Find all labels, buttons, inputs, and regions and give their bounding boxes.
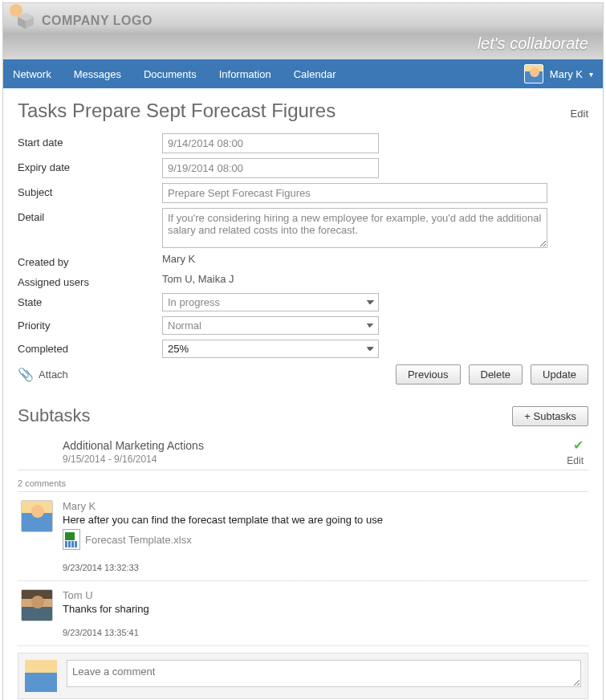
subtask-edit-link[interactable]: Edit [567,455,584,466]
subtask-dates: 9/15/2014 - 9/16/2014 [63,454,585,465]
previous-button[interactable]: Previous [396,364,461,385]
nav-messages[interactable]: Messages [74,68,121,80]
comment-box [18,653,588,699]
comment-time: 9/23/2014 13:35:41 [63,628,585,637]
logo: COMPANY LOGO [16,11,590,31]
label-completed: Completed [18,340,162,355]
check-icon: ✔ [573,438,584,453]
label-state: State [18,293,162,308]
edit-link[interactable]: Edit [571,108,588,120]
comment-row: Mary K Here after you can find the forec… [18,492,588,581]
comments-count: 2 comments [18,478,588,492]
label-priority: Priority [18,316,162,332]
attachment-link[interactable]: Forecast Template.xlsx [63,529,585,550]
completed-select[interactable]: 25% [162,340,379,358]
attach-link[interactable]: 📎 Attach [18,367,68,382]
subject-input[interactable] [162,183,547,203]
avatar-icon [21,589,53,621]
label-expiry-date: Expiry date [18,158,162,173]
header-banner: COMPANY LOGO let's collaborate [3,3,603,59]
tagline: let's collaborate [478,35,588,53]
xlsx-icon [63,529,80,550]
label-detail: Detail [18,208,162,223]
page-title: Tasks Prepare Sept Forecast Figures [18,100,336,122]
comment-row: Tom U Thanks for sharing 9/23/2014 13:35… [18,581,588,646]
comment-text: Thanks for sharing [63,603,585,615]
attach-label: Attach [39,368,68,381]
state-select[interactable]: In progress [162,293,379,311]
label-subject: Subject [18,183,162,198]
priority-select[interactable]: Normal [162,316,379,335]
label-start-date: Start date [18,133,162,149]
nav-network[interactable]: Network [13,68,51,80]
avatar-icon [25,660,57,692]
subtask-row[interactable]: Additional Marketing Actions 9/15/2014 -… [18,433,588,470]
comment-author: Mary K [63,500,585,512]
navbar: Network Messages Documents Information C… [3,59,603,88]
subtask-title: Additional Marketing Actions [63,439,585,452]
label-assigned-users: Assigned users [18,273,162,288]
created-by-value: Mary K [162,253,588,265]
comment-input[interactable] [67,660,581,687]
avatar-icon [21,500,53,532]
nav-calendar[interactable]: Calendar [294,68,336,80]
delete-button[interactable]: Delete [469,364,523,385]
nav-information[interactable]: Information [219,68,271,80]
expiry-date-input[interactable] [162,158,379,178]
avatar-icon [524,64,543,83]
paperclip-icon: 📎 [18,367,34,382]
assigned-users-value: Tom U, Maika J [162,273,588,285]
detail-textarea[interactable]: If you're considering hiring a new emplo… [162,208,547,248]
chevron-down-icon: ▾ [589,70,593,79]
comment-text: Here after you can find the forecast tem… [63,514,585,526]
start-date-input[interactable] [162,133,379,153]
user-menu[interactable]: Mary K ▾ [524,64,593,83]
label-created-by: Created by [18,253,162,268]
comment-author: Tom U [63,589,585,601]
logo-text: COMPANY LOGO [42,14,153,28]
subtasks-title: Subtasks [18,405,91,426]
user-name: Mary K [550,68,583,80]
attachment-name: Forecast Template.xlsx [85,534,192,546]
nav-documents[interactable]: Documents [144,68,197,80]
comment-time: 9/23/2014 13:32:33 [63,563,585,572]
add-subtask-button[interactable]: + Subtasks [512,406,588,426]
update-button[interactable]: Update [531,364,588,385]
